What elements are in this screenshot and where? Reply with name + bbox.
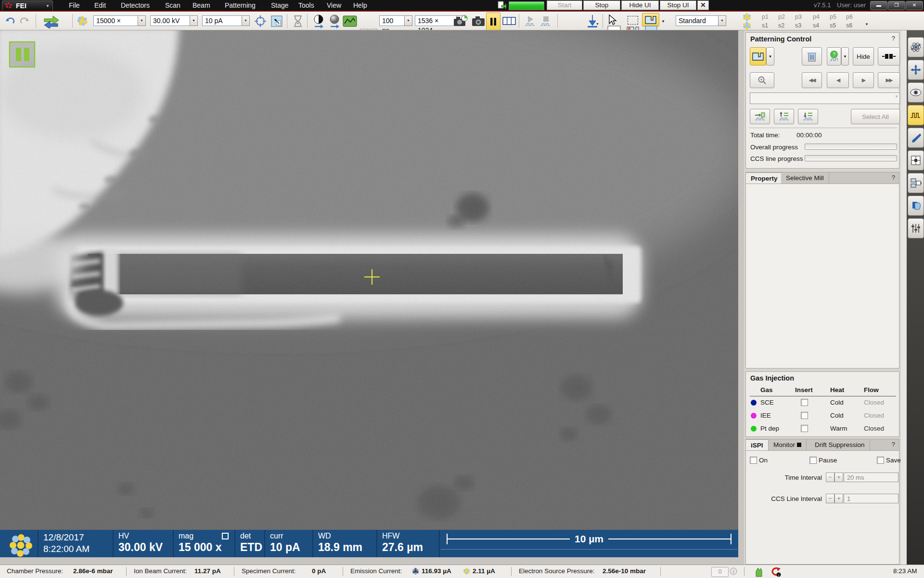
fei-logo-menu[interactable]: FEI ▼ — [2, 0, 53, 11]
alignment-icon[interactable] — [908, 150, 924, 171]
help-icon[interactable]: ? — [892, 35, 895, 42]
tab-selective-mill[interactable]: Selective Mill — [781, 172, 829, 184]
chevron-down-icon[interactable]: ▼ — [865, 22, 869, 26]
menu-beam[interactable]: Beam — [192, 0, 210, 11]
move-pattern-button[interactable] — [750, 109, 770, 124]
first-pattern-button[interactable]: ◀◀ — [802, 72, 822, 88]
gis-needle-icon[interactable] — [908, 128, 924, 148]
videoscope-icon[interactable] — [343, 15, 357, 27]
menu-detectors[interactable]: Detectors — [121, 0, 150, 11]
rcs-pattern-tool[interactable] — [627, 26, 639, 30]
touch-alarm-icon[interactable] — [754, 566, 764, 578]
ion-beam-icon[interactable] — [77, 15, 88, 26]
ispi-on-checkbox[interactable] — [750, 457, 757, 464]
time-interval-plus[interactable]: + — [834, 473, 843, 482]
ccs-pattern-tool[interactable] — [642, 13, 659, 26]
navigation-icon[interactable] — [908, 60, 924, 80]
tab-property[interactable]: Property — [746, 172, 783, 184]
ccs-line-interval-field[interactable] — [844, 494, 898, 503]
serial-patterning-button[interactable] — [878, 47, 900, 66]
ccs-line-interval-minus[interactable]: − — [826, 494, 834, 503]
reduced-area-icon[interactable] — [270, 15, 283, 27]
beam-shift-target-icon[interactable] — [254, 15, 267, 27]
info-icon[interactable]: i — [730, 567, 737, 577]
brightness-icon[interactable] — [328, 14, 341, 28]
undo-icon[interactable] — [5, 16, 15, 26]
rectangle-pattern-tool[interactable] — [607, 26, 621, 30]
insert-checkbox-sce[interactable] — [801, 399, 808, 406]
menu-view[interactable]: View — [327, 0, 341, 11]
hide-ui-button[interactable]: Hide UI — [621, 0, 659, 10]
maximize-button[interactable]: ❒ — [888, 1, 905, 10]
preset-s6[interactable]: s6 — [846, 22, 852, 29]
tab-ispi[interactable]: iSPI — [746, 439, 769, 451]
export-icon[interactable] — [497, 1, 506, 12]
process-flow-icon[interactable] — [908, 173, 924, 193]
beam-current-combobox[interactable]: 10 pA▼ — [202, 15, 250, 26]
time-interval-minus[interactable]: − — [826, 473, 834, 482]
tab-monitor[interactable]: Monitor — [769, 439, 807, 451]
pattern-type-dropdown[interactable]: ▼ — [766, 47, 774, 66]
chevron-down-icon[interactable]: ▼ — [596, 22, 599, 26]
select-all-button[interactable]: Select All — [851, 109, 900, 124]
ccs-line-interval-plus[interactable]: + — [834, 494, 843, 503]
menu-tools[interactable]: Tools — [298, 0, 314, 11]
insert-checkbox-ptdep[interactable] — [801, 425, 808, 432]
delete-pattern-button[interactable] — [802, 47, 822, 66]
stop-ui-button[interactable]: Stop UI — [660, 0, 696, 10]
magnification-combobox[interactable]: 15000 ×▼ — [93, 15, 146, 26]
voltage-combobox[interactable]: 30.00 kV▼ — [150, 15, 198, 26]
insert-gis-icon[interactable] — [585, 14, 600, 28]
snapshot-icon[interactable] — [472, 16, 485, 26]
dwell-time-combobox[interactable]: 100 ns▼ — [379, 15, 412, 26]
pattern-type-button[interactable] — [750, 47, 766, 66]
ccd-view-icon[interactable] — [502, 17, 516, 26]
menu-patterning[interactable]: Patterning — [225, 0, 256, 11]
timed-snapshot-icon[interactable] — [453, 15, 468, 27]
zoom-to-pattern-button[interactable] — [750, 72, 774, 88]
insert-checkbox-iee[interactable] — [801, 412, 808, 419]
preset-p4[interactable]: p4 — [813, 13, 820, 20]
minimize-button[interactable]: ▬ — [870, 1, 887, 10]
chevron-down-icon[interactable]: ▼ — [661, 19, 665, 24]
polygon-pattern-tool[interactable] — [645, 26, 657, 30]
preset-s5[interactable]: s5 — [830, 22, 836, 29]
adjustments-icon[interactable] — [908, 218, 924, 238]
close-window-button[interactable]: ✕ — [906, 1, 923, 10]
preset-p6[interactable]: p6 — [846, 13, 853, 20]
menu-scan[interactable]: Scan — [165, 0, 180, 11]
preset-s3[interactable]: s3 — [795, 22, 801, 29]
stop-button[interactable]: Stop — [583, 0, 620, 10]
menu-help[interactable]: Help — [353, 0, 367, 11]
ispi-pause-checkbox[interactable] — [809, 457, 817, 464]
previous-pattern-button[interactable]: ◀ — [827, 72, 849, 88]
preset-p1[interactable]: p1 — [762, 13, 769, 20]
hourglass-icon[interactable] — [292, 14, 304, 28]
message-counter-button[interactable]: 0 — [711, 567, 729, 577]
layers-icon[interactable] — [908, 196, 924, 216]
redo-icon[interactable] — [19, 16, 30, 26]
pattern-list-combobox[interactable]: ▼ — [750, 92, 900, 104]
next-pattern-button[interactable]: ▶ — [853, 72, 874, 88]
time-interval-field[interactable] — [844, 473, 898, 482]
tab-drift-suppression[interactable]: Drift Suppression — [810, 439, 870, 451]
help-icon[interactable]: ? — [892, 174, 895, 181]
preset-combobox[interactable]: Standard▼ — [676, 15, 726, 26]
menu-stage[interactable]: Stage — [271, 0, 289, 11]
preset-p5[interactable]: p5 — [830, 13, 836, 20]
pattern-down-button[interactable] — [798, 109, 818, 124]
ispi-save-checkbox[interactable] — [877, 457, 884, 464]
preset-p2[interactable]: p2 — [778, 13, 785, 20]
pattern-stop-icon[interactable] — [539, 15, 552, 27]
pointer-icon[interactable] — [607, 14, 617, 26]
contrast-icon[interactable] — [312, 14, 325, 28]
close-toolbar-icon[interactable]: ✕ — [697, 0, 709, 10]
menu-file[interactable]: File — [69, 0, 80, 11]
beam-swap-icon[interactable] — [42, 14, 60, 28]
pattern-help-dropdown[interactable]: ▼ — [841, 47, 849, 66]
menu-edit[interactable]: Edit — [94, 0, 106, 11]
pattern-help-button[interactable]: ? — [827, 47, 841, 66]
last-pattern-button[interactable]: ▶▶ — [878, 72, 900, 88]
pattern-up-button[interactable] — [774, 109, 794, 124]
preset-p3[interactable]: p3 — [795, 13, 802, 20]
